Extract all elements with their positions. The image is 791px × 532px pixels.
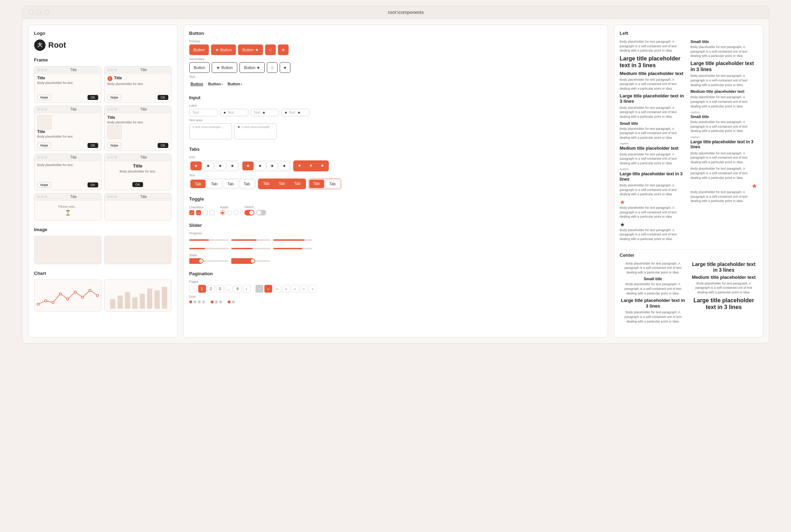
checkbox-checked[interactable]: ✓ [189, 210, 194, 215]
tab-text-active[interactable]: Tab [190, 180, 206, 188]
page-btn[interactable]: ○ [264, 285, 272, 293]
icon-tabs-label: Icon [189, 155, 602, 159]
page-btn[interactable]: ○ [282, 285, 290, 293]
tab-text-active[interactable]: Tab [309, 180, 324, 188]
tab-icon[interactable]: ★ [279, 161, 290, 170]
tab-icon[interactable]: ★ [254, 161, 266, 170]
tab-text-active[interactable]: Tab [259, 180, 274, 188]
secondary-buttons: Button ★ Button Button ★ ☆ ★ [189, 62, 602, 73]
textarea[interactable]: A text area example ... [189, 123, 232, 139]
tab-text[interactable]: Tab [274, 180, 289, 188]
page-btn[interactable]: ○ [300, 285, 308, 293]
tab-icon[interactable]: ★ [317, 161, 328, 170]
nope-button[interactable]: Nope [37, 143, 52, 148]
radio-unselected[interactable] [227, 210, 232, 215]
tab-text[interactable]: Tab [223, 180, 238, 188]
text-input-icon[interactable]: ★Text [220, 109, 248, 116]
ok-button[interactable]: OK [158, 143, 168, 148]
minimize-button[interactable] [37, 10, 42, 15]
dot[interactable] [219, 300, 222, 303]
tab-text[interactable]: Tab [239, 180, 255, 188]
frame-titlebar: Title [105, 193, 171, 201]
nope-button[interactable]: Nope [37, 95, 52, 100]
tab-icon[interactable]: ★ [267, 161, 278, 170]
ok-button[interactable]: OK [88, 143, 98, 148]
nope-button[interactable]: Nope [107, 143, 122, 148]
primary-icon-button[interactable]: ☆ [265, 44, 276, 55]
tab-text[interactable]: Tab [325, 180, 341, 188]
text-button-underline[interactable]: Button [189, 80, 205, 88]
dot-active[interactable] [228, 300, 231, 303]
dot-active[interactable] [211, 300, 213, 303]
secondary-icon-button-filled[interactable]: ★ [280, 62, 290, 73]
page-btn-small[interactable]: ○ [255, 285, 263, 293]
secondary-button[interactable]: Button [189, 62, 210, 73]
tab-icon-active[interactable]: ★ [294, 161, 305, 170]
dot[interactable] [198, 300, 201, 303]
tab-icon[interactable]: ★ [306, 161, 316, 170]
frame-item: Title Please wait... ⏳ [34, 193, 101, 220]
maximize-button[interactable] [44, 10, 49, 15]
tab-icon[interactable]: ★ [215, 161, 226, 170]
primary-button-icon-right[interactable]: Button ★ [238, 44, 263, 55]
tab-icon-active[interactable]: ★ [242, 161, 254, 170]
svg-rect-17 [154, 290, 160, 309]
page-btn[interactable]: ○ [273, 285, 281, 293]
ok-button[interactable]: OK [88, 95, 98, 100]
text-input-both[interactable]: ★Text★ [281, 109, 310, 116]
primary-icon-button-filled[interactable]: ★ [278, 44, 289, 55]
tab-icon[interactable]: ★ [202, 161, 214, 170]
ok-button[interactable]: OK [158, 95, 168, 100]
page-next[interactable]: › [243, 285, 251, 293]
text-button-chevron[interactable]: Button › [207, 80, 224, 88]
page-btn[interactable]: ○ [309, 285, 317, 293]
text-input-suffix[interactable]: Text★ [251, 109, 279, 116]
checkbox-unchecked2[interactable] [210, 210, 215, 215]
slider-handle[interactable] [189, 258, 228, 264]
text-input[interactable]: Text [189, 109, 218, 116]
dot[interactable] [202, 300, 205, 303]
primary-button-icon[interactable]: ★ Button [211, 44, 236, 55]
switch-on[interactable] [244, 210, 254, 216]
text-button-chevron2[interactable]: Button › [226, 80, 244, 88]
ok-button[interactable]: OK [132, 182, 143, 187]
checkbox-indeterminate[interactable]: — [196, 210, 201, 215]
page-btn[interactable]: ○ [291, 285, 299, 293]
close-button[interactable] [29, 10, 34, 15]
secondary-icon-button[interactable]: ☆ [267, 62, 278, 73]
svg-rect-0 [35, 280, 101, 311]
image-placeholder [104, 236, 172, 264]
traffic-lights [29, 10, 49, 15]
page-btn-3[interactable]: 3 [216, 285, 224, 293]
dot[interactable] [194, 300, 196, 303]
dot[interactable] [215, 300, 218, 303]
page-btn-1[interactable]: 1 [198, 285, 206, 293]
ok-button[interactable]: OK [88, 182, 98, 187]
svg-rect-11 [110, 299, 115, 308]
secondary-button-icon-right[interactable]: Button ★ [239, 62, 265, 73]
dot-active[interactable] [189, 300, 192, 303]
textarea-icon[interactable]: ★A text area example ... [234, 123, 277, 139]
tab-icon-active[interactable]: ★ [190, 161, 202, 170]
dot[interactable] [232, 300, 235, 303]
radio-unselected2[interactable] [234, 210, 239, 215]
center-right-col: Large title placeholder text in 3 lines … [691, 261, 757, 326]
frame-item: Title Title Body placeholder for text. O… [104, 154, 172, 190]
tab-text[interactable]: Tab [290, 180, 305, 188]
page-prev[interactable]: ‹ [189, 285, 197, 293]
switch-off[interactable] [256, 210, 266, 216]
slider-handle[interactable] [231, 258, 270, 264]
checkbox-unchecked[interactable] [203, 210, 208, 215]
page-btn-ellipsis: ... [225, 285, 233, 293]
nope-button[interactable]: Nope [37, 182, 52, 188]
nope-button[interactable]: Nope [107, 95, 122, 100]
secondary-button-icon[interactable]: ★ Button [212, 62, 237, 73]
primary-button[interactable]: Button [189, 44, 209, 55]
page-btn-2[interactable]: 2 [207, 285, 215, 293]
page-btn-9[interactable]: 9 [234, 285, 242, 293]
tab-text[interactable]: Tab [206, 180, 222, 188]
radio-selected[interactable] [220, 210, 225, 215]
tab-icon[interactable]: ★ [227, 161, 238, 170]
image-section: Image [34, 227, 172, 264]
logo-section: Logo 大 Root [34, 31, 172, 51]
